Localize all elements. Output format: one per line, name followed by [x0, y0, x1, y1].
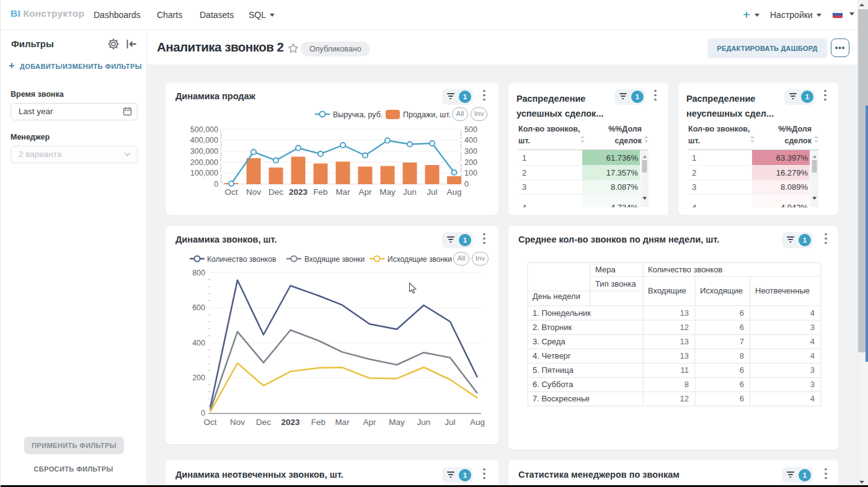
svg-text:Apr: Apr — [358, 187, 372, 197]
svg-text:Неотвеченные: Неотвеченные — [755, 286, 810, 295]
svg-text:Jul: Jul — [427, 187, 437, 197]
svg-text:3: 3 — [810, 323, 815, 332]
svg-text:Oct: Oct — [224, 187, 237, 197]
svg-text:12: 12 — [680, 323, 689, 332]
svg-text:0: 0 — [214, 180, 218, 189]
svg-text:Oct: Oct — [203, 418, 216, 427]
svg-text:Входящие звонки: Входящие звонки — [304, 255, 365, 264]
svg-text:%%Доля: %%Доля — [778, 125, 812, 133]
svg-text:%%Доля: %%Доля — [608, 125, 642, 133]
svg-text:Mar: Mar — [335, 418, 350, 427]
svg-text:Исходящие: Исходящие — [700, 286, 743, 295]
svg-text:300,000: 300,000 — [190, 147, 218, 156]
svg-text:500: 500 — [464, 125, 477, 134]
svg-text:100: 100 — [464, 169, 477, 177]
svg-text:13: 13 — [680, 351, 689, 360]
svg-text:500,000: 500,000 — [190, 125, 218, 134]
svg-text:Dec: Dec — [268, 187, 283, 197]
svg-text:4. Четверг: 4. Четверг — [533, 351, 571, 360]
svg-text:Feb: Feb — [311, 418, 326, 427]
svg-text:5. Пятница: 5. Пятница — [533, 365, 574, 375]
svg-text:0: 0 — [201, 409, 205, 418]
svg-text:800: 800 — [192, 269, 205, 277]
svg-text:200: 200 — [192, 373, 205, 382]
svg-text:2: 2 — [692, 168, 696, 177]
svg-text:1: 1 — [522, 153, 526, 163]
svg-text:Тип звонка: Тип звонка — [595, 279, 636, 288]
svg-text:Feb: Feb — [313, 187, 327, 197]
svg-text:May: May — [389, 418, 405, 427]
svg-text:Apr: Apr — [363, 418, 376, 427]
svg-text:Продажи, шт.: Продажи, шт. — [403, 110, 451, 119]
svg-text:8.087%: 8.087% — [611, 182, 639, 192]
svg-text:0: 0 — [464, 180, 469, 189]
svg-text:16.279%: 16.279% — [776, 168, 808, 177]
svg-text:Aug: Aug — [446, 187, 461, 197]
svg-text:4: 4 — [810, 337, 815, 346]
svg-text:3: 3 — [522, 182, 526, 192]
svg-text:400,000: 400,000 — [190, 136, 218, 145]
svg-text:сделок: сделок — [784, 136, 812, 145]
svg-text:11: 11 — [681, 365, 689, 375]
svg-text:1. Понедельник: 1. Понедельник — [533, 308, 591, 318]
svg-text:8: 8 — [740, 351, 744, 360]
svg-text:61.736%: 61.736% — [606, 153, 639, 163]
svg-text:200,000: 200,000 — [190, 158, 218, 167]
svg-text:12: 12 — [680, 394, 689, 403]
svg-text:3: 3 — [810, 380, 815, 389]
svg-text:400: 400 — [192, 339, 205, 347]
svg-text:Jun: Jun — [403, 187, 417, 197]
svg-text:13: 13 — [680, 308, 689, 318]
svg-text:13: 13 — [680, 337, 689, 346]
svg-text:300: 300 — [464, 147, 477, 156]
svg-text:6: 6 — [740, 365, 744, 375]
svg-text:3. Среда: 3. Среда — [533, 337, 566, 346]
svg-text:Dec: Dec — [256, 418, 271, 427]
svg-text:День недели: День недели — [533, 292, 580, 301]
svg-text:Jun: Jun — [417, 418, 431, 427]
svg-text:6: 6 — [740, 380, 744, 389]
svg-text:200: 200 — [464, 158, 477, 167]
svg-text:600: 600 — [192, 303, 205, 312]
svg-text:8.089%: 8.089% — [781, 182, 808, 192]
svg-text:2: 2 — [522, 168, 526, 177]
svg-text:Исходящие звонки: Исходящие звонки — [388, 255, 452, 264]
svg-text:шт.: шт. — [688, 136, 700, 145]
svg-text:Nov: Nov — [230, 418, 245, 427]
svg-text:шт.: шт. — [518, 136, 530, 145]
svg-text:6: 6 — [740, 308, 744, 318]
svg-text:3: 3 — [692, 182, 696, 192]
svg-text:4: 4 — [810, 394, 815, 403]
svg-text:6: 6 — [740, 323, 744, 332]
svg-text:Количество звонков: Количество звонков — [648, 265, 723, 274]
svg-text:Кол-во звонков,: Кол-во звонков, — [518, 125, 580, 133]
svg-text:6. Суббота: 6. Суббота — [533, 380, 574, 389]
svg-text:Входящие: Входящие — [648, 286, 686, 295]
svg-text:Nov: Nov — [246, 187, 261, 197]
svg-text:4: 4 — [810, 351, 815, 360]
svg-text:Aug: Aug — [470, 418, 485, 427]
svg-text:2. Вторник: 2. Вторник — [533, 323, 572, 332]
svg-text:7: 7 — [740, 337, 744, 346]
svg-text:3: 3 — [810, 365, 815, 375]
svg-text:63.397%: 63.397% — [776, 153, 808, 163]
svg-text:6: 6 — [740, 394, 744, 403]
svg-text:8: 8 — [684, 380, 689, 389]
svg-text:Кол-во звонков,: Кол-во звонков, — [688, 125, 750, 133]
svg-text:May: May — [379, 187, 396, 197]
svg-text:2023: 2023 — [289, 187, 308, 197]
svg-text:1: 1 — [692, 153, 696, 163]
svg-text:100,000: 100,000 — [190, 169, 218, 177]
svg-text:7. Воскресенье: 7. Воскресенье — [533, 394, 590, 403]
svg-text:17.357%: 17.357% — [606, 168, 639, 177]
svg-text:Mar: Mar — [335, 187, 350, 197]
svg-text:Количество звонков: Количество звонков — [207, 255, 276, 264]
svg-text:Jul: Jul — [445, 418, 455, 427]
svg-text:2023: 2023 — [281, 418, 300, 427]
svg-text:Мера: Мера — [595, 265, 616, 274]
svg-text:400: 400 — [464, 136, 477, 145]
svg-text:Выручка, руб.: Выручка, руб. — [333, 110, 383, 119]
svg-text:4: 4 — [810, 308, 815, 318]
svg-text:сделок: сделок — [614, 136, 642, 145]
